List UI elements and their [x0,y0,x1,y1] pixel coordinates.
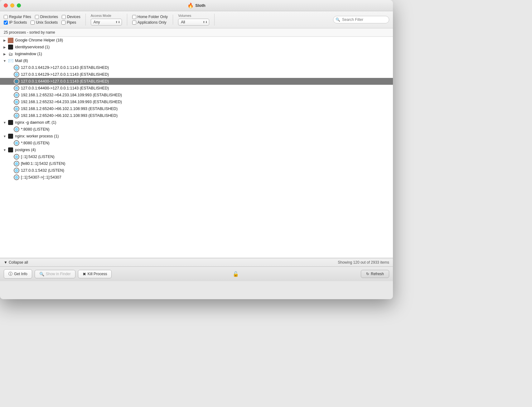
socket-icon: 🌐 [14,127,19,132]
directories-checkbox[interactable] [35,15,39,19]
list-item[interactable]: 🌐 127.0.0.1:64129->127.0.0.1:1143 (ESTAB… [0,64,393,71]
list-item[interactable]: ▼ nginx -g daemon off; (1) [0,119,393,126]
unix-sockets-filter[interactable]: Unix Sockets [31,20,58,25]
list-item[interactable]: 🌐 127.0.0.1:64400->127.0.0.1:1143 (ESTAB… [0,78,393,85]
process-icon [8,133,13,139]
access-mode-label: Access Mode [91,14,111,17]
showing-info: Showing 120 out of 2933 items [338,260,389,265]
socket-icon: 🌐 [14,140,19,146]
list-item[interactable]: 🌐 192.168.1.2:65232->64.233.184.109:993 … [0,98,393,105]
devices-filter[interactable]: Devices [62,15,80,19]
expand-icon: ▶ [2,38,7,42]
collapse-all-button[interactable]: ▼ Collapse all [4,260,28,265]
home-folder-checkbox[interactable] [132,15,136,19]
extra-filters: Home Folder Only Applications Only [132,15,173,25]
socket-icon: 🌐 [14,161,19,166]
list-item[interactable]: 🌐 192.168.1.2:65240->66.102.1.108:993 (E… [0,112,393,119]
refresh-button[interactable]: ↻ Refresh [361,270,389,278]
socket-icon: 🌐 [14,85,19,91]
flame-icon: 🔥 [187,2,194,8]
socket-icon: 🌐 [14,92,19,98]
home-folder-filter[interactable]: Home Folder Only [132,15,168,19]
finder-icon: 🔍 [39,272,44,276]
socket-icon: 🌐 [14,99,19,105]
status-text: 25 processes - sorted by name [4,30,55,35]
toolbar: Regular Files Directories Devices IP Soc… [0,11,393,28]
expand-icon: ▼ [2,59,7,63]
list-item[interactable]: 🌐 192.168.1.2:65240->66.102.1.108:993 (E… [0,105,393,112]
actions-bar: ⓘ Get Info 🔍 Show in Finder ✖ Kill Proce… [0,266,393,281]
directories-filter[interactable]: Directories [35,15,58,19]
list-item[interactable]: 🌐 *:8080 (LISTEN) [0,126,393,133]
minimize-button[interactable] [10,3,14,7]
search-input[interactable] [333,16,389,23]
maximize-button[interactable] [17,3,21,7]
socket-icon: 🌐 [14,168,19,173]
expand-icon: ▼ [2,120,7,125]
applications-only-filter[interactable]: Applications Only [132,20,168,25]
list-item[interactable]: ▶ 🟫 Google Chrome Helper (18) [0,37,393,44]
chrome-icon: 🟫 [8,37,13,43]
lock-icon: 🔓 [233,271,239,277]
kill-icon: ✖ [83,272,86,276]
volumes-label: Volumes [178,14,191,17]
list-item[interactable]: 🌐 192.168.1.2:65232->64.233.184.109:993 … [0,92,393,98]
list-item[interactable]: 🌐 [::1]:5432 (LISTEN) [0,153,393,160]
devices-checkbox[interactable] [62,15,66,19]
status-bar: 25 processes - sorted by name [0,28,393,37]
expand-icon: ▼ [2,134,7,138]
info-icon: ⓘ [8,271,12,277]
filter-checkboxes: Regular Files Directories Devices IP Soc… [4,15,80,25]
ip-sockets-filter[interactable]: IP Sockets [4,20,27,25]
filter-row-1: Regular Files Directories Devices [4,15,80,19]
unix-sockets-checkbox[interactable] [31,21,35,25]
collapse-arrow-icon: ▼ [4,260,7,265]
regular-files-filter[interactable]: Regular Files [4,15,31,19]
list-item[interactable]: 🌐 *:8080 (LISTEN) [0,140,393,146]
login-icon: 🗂 [8,51,13,57]
access-mode-select-wrapper: Any Read Write Read/Write ⬆⬇ [91,19,122,26]
access-mode-select[interactable]: Any Read Write Read/Write [91,19,122,26]
socket-icon: 🌐 [14,113,19,118]
list-item[interactable]: 🌐 127.0.0.1:5432 (LISTEN) [0,167,393,174]
socket-icon: 🌐 [14,106,19,112]
socket-icon: 🌐 [14,154,19,160]
titlebar: 🔥 Sloth [0,0,393,11]
mail-icon: ✉️ [8,58,13,64]
ip-sockets-checkbox[interactable] [4,21,8,25]
pipes-checkbox[interactable] [61,21,65,25]
list-item[interactable]: 🌐 [fe80:1::1]:5432 (LISTEN) [0,160,393,167]
list-item[interactable]: ▶ 🗂 loginwindow (1) [0,50,393,57]
close-button[interactable] [4,3,8,7]
list-item[interactable]: 🌐 127.0.0.1:64400->127.0.0.1:1143 (ESTAB… [0,85,393,92]
process-icon [8,44,13,50]
process-tree[interactable]: ▶ 🟫 Google Chrome Helper (18) ▶ identity… [0,37,393,258]
volumes-section: Volumes All ⬆⬇ [178,14,215,26]
regular-files-checkbox[interactable] [4,15,8,19]
bottom-bar: ▼ Collapse all Showing 120 out of 2933 i… [0,258,393,266]
window-controls [4,3,21,7]
show-in-finder-button[interactable]: 🔍 Show in Finder [35,270,75,278]
list-item[interactable]: ▼ ✉️ Mail (8) [0,57,393,64]
refresh-icon: ↻ [366,272,369,276]
pipes-filter[interactable]: Pipes [61,20,76,25]
list-item[interactable]: ▼ postgres (4) [0,146,393,153]
app-title: 🔥 Sloth [187,2,206,8]
kill-process-button[interactable]: ✖ Kill Process [78,270,112,278]
expand-icon: ▼ [2,148,7,152]
expand-icon: ▶ [2,52,7,56]
list-item[interactable]: ▶ identityservicesd (1) [0,44,393,50]
socket-icon: 🌐 [14,175,19,180]
list-item[interactable]: 🌐 127.0.0.1:64129->127.0.0.1:1143 (ESTAB… [0,71,393,78]
expand-icon: ▶ [2,45,7,49]
volumes-select-wrapper: All ⬆⬇ [178,19,209,26]
list-item[interactable]: ▼ nginx: worker process (1) [0,133,393,140]
applications-only-checkbox[interactable] [132,21,136,25]
search-wrapper: 🔍 [333,16,389,23]
access-mode-section: Access Mode Any Read Write Read/Write ⬆⬇ [85,14,127,26]
filter-row-2: IP Sockets Unix Sockets Pipes [4,20,80,25]
volumes-select[interactable]: All [178,19,209,26]
socket-icon: 🌐 [14,72,19,77]
get-info-button[interactable]: ⓘ Get Info [4,269,32,279]
list-item[interactable]: 🌐 [::1]:54307->[::1]:54307 [0,174,393,181]
